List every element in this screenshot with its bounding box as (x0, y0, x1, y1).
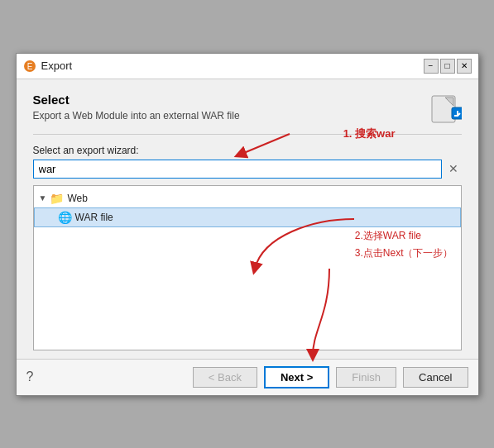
tree-child-war[interactable]: 🌐 WAR file (34, 207, 461, 227)
wizard-label: Select an export wizard: (33, 145, 462, 156)
export-icon (429, 93, 462, 126)
window-title: Export (41, 60, 419, 72)
search-row: ✕ (33, 160, 462, 179)
war-file-icon: 🌐 (58, 211, 72, 224)
dialog-description: Export a Web Module into an external WAR… (33, 110, 240, 122)
form-area: 1. 搜索war Select an export wizard: ✕ ▼ 📁 (33, 145, 462, 350)
clear-button[interactable]: ✕ (445, 160, 462, 177)
titlebar: E Export − □ ✕ (17, 54, 478, 79)
svg-text:E: E (26, 62, 32, 71)
tree-parent-label: Web (67, 193, 87, 204)
help-icon[interactable]: ? (26, 369, 34, 384)
next-button[interactable]: Next > (264, 366, 329, 388)
back-button[interactable]: < Back (193, 367, 257, 388)
tree-area: ▼ 📁 Web 🌐 WAR file (33, 185, 462, 350)
dialog-heading: Select (33, 93, 240, 107)
export-dialog: E Export − □ ✕ Select Export a Web Modul… (16, 53, 479, 396)
header-divider (33, 134, 462, 135)
maximize-button[interactable]: □ (440, 59, 455, 74)
tree-child-label: WAR file (75, 212, 113, 223)
minimize-button[interactable]: − (424, 59, 439, 74)
window-controls: − □ ✕ (424, 59, 472, 74)
finish-button[interactable]: Finish (336, 367, 396, 388)
search-input[interactable] (33, 160, 442, 179)
chevron-icon: ▼ (39, 193, 47, 203)
close-button[interactable]: ✕ (457, 59, 472, 74)
header-left: Select Export a Web Module into an exter… (33, 93, 240, 122)
cancel-button[interactable]: Cancel (403, 367, 468, 388)
dialog-footer: ? < Back Next > Finish Cancel (17, 359, 478, 395)
dialog-content: Select Export a Web Module into an exter… (17, 79, 478, 359)
folder-icon: 📁 (50, 192, 64, 205)
app-icon: E (23, 60, 36, 73)
tree-parent-web[interactable]: ▼ 📁 Web (34, 189, 461, 207)
header-row: Select Export a Web Module into an exter… (33, 93, 462, 126)
